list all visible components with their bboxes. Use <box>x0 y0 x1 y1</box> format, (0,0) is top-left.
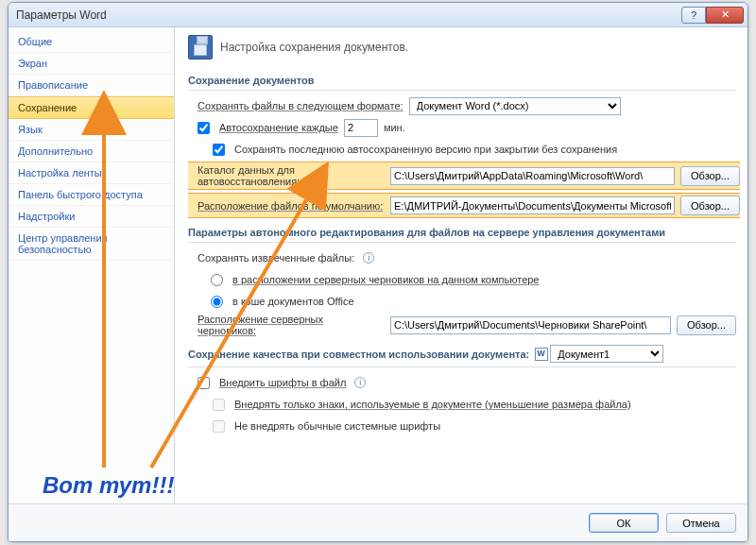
embed-fonts-checkbox[interactable] <box>198 377 210 389</box>
radio-server-drafts[interactable] <box>211 274 223 286</box>
row-default-location: Расположение файлов по умолчанию: Обзор.… <box>188 193 740 218</box>
content-header: Настройка сохранения документов. <box>188 35 736 60</box>
content-pane: Настройка сохранения документов. Сохране… <box>175 27 747 503</box>
row-autosave: Автосохранение каждые мин. <box>198 118 736 137</box>
embed-used-only-checkbox <box>213 399 225 411</box>
embed-fonts-label: Внедрить шрифты в файл <box>219 377 346 388</box>
save-checked-label: Сохранять извлеченные файлы: <box>198 252 354 264</box>
save-format-label: Сохранять файлы в следующем формате: <box>198 100 404 111</box>
quality-document-select[interactable]: Документ1 <box>550 345 663 363</box>
row-radio-server-drafts: в расположении серверных черновиков на д… <box>211 270 736 289</box>
default-location-input[interactable] <box>390 196 675 214</box>
radio-office-cache-label: в кэше документов Office <box>232 296 354 307</box>
sidebar-item-9[interactable]: Центр управления безопасностью <box>9 228 174 261</box>
autosave-checkbox[interactable] <box>198 122 210 134</box>
server-drafts-input[interactable] <box>390 316 671 334</box>
section-quality-label: Сохранение качества при совместном испол… <box>188 349 529 360</box>
autosave-minutes-input[interactable] <box>344 119 378 137</box>
sidebar-item-0[interactable]: Общие <box>9 31 174 53</box>
sidebar-item-3[interactable]: Сохранение <box>9 96 174 119</box>
row-embed-used-only: Внедрять только знаки, используемые в до… <box>213 395 736 414</box>
cancel-button[interactable]: Отмена <box>666 513 736 533</box>
section-server: Параметры автономного редактирования для… <box>188 221 736 243</box>
document-icon <box>535 348 548 361</box>
row-save-format: Сохранять файлы в следующем формате: Док… <box>198 96 736 115</box>
keep-last-label: Сохранять последнюю автосохраненную верс… <box>234 144 617 155</box>
row-autorecover-path: Каталог данных для автовосстановления: О… <box>188 162 740 190</box>
close-button[interactable]: ✕ <box>706 7 744 24</box>
default-location-label: Расположение файлов по умолчанию: <box>198 200 385 212</box>
sidebar-item-5[interactable]: Дополнительно <box>9 141 174 162</box>
radio-server-drafts-label: в расположении серверных черновиков на д… <box>232 274 539 285</box>
sidebar-item-2[interactable]: Правописание <box>9 75 174 96</box>
autorecover-browse-button[interactable]: Обзор... <box>680 166 740 186</box>
sidebar-item-8[interactable]: Надстройки <box>9 206 174 228</box>
dialog-footer: ОК Отмена <box>9 503 747 541</box>
keep-last-checkbox[interactable] <box>213 144 225 156</box>
row-embed-fonts: Внедрить шрифты в файл i <box>198 373 736 392</box>
sidebar-item-6[interactable]: Настройка ленты <box>9 162 174 184</box>
sidebar-item-1[interactable]: Экран <box>9 53 174 75</box>
server-drafts-browse-button[interactable]: Обзор... <box>677 315 736 335</box>
autorecover-path-input[interactable] <box>390 167 675 185</box>
autosave-unit: мин. <box>384 122 405 133</box>
autosave-label: Автосохранение каждые <box>219 122 338 133</box>
titlebar: Параметры Word ? ✕ <box>9 3 747 27</box>
ok-button[interactable]: ОК <box>589 513 659 533</box>
row-keep-last: Сохранять последнюю автосохраненную верс… <box>213 140 736 159</box>
options-dialog: Параметры Word ? ✕ ОбщиеЭкранПравописани… <box>8 2 748 542</box>
dialog-body: ОбщиеЭкранПравописаниеСохранениеЯзыкДопо… <box>9 27 747 503</box>
help-button[interactable]: ? <box>681 7 706 24</box>
radio-office-cache[interactable] <box>211 296 223 308</box>
default-location-browse-button[interactable]: Обзор... <box>680 196 740 215</box>
info-icon: i <box>354 377 366 388</box>
row-no-system-fonts: Не внедрять обычные системные шрифты <box>213 417 736 435</box>
save-format-select[interactable]: Документ Word (*.docx) <box>409 97 621 115</box>
sidebar-item-4[interactable]: Язык <box>9 119 174 141</box>
info-icon: i <box>363 252 374 264</box>
server-drafts-label: Расположение серверных черновиков: <box>198 314 385 336</box>
section-quality: Сохранение качества при совместном испол… <box>188 339 736 367</box>
sidebar-item-7[interactable]: Панель быстрого доступа <box>9 184 174 206</box>
row-save-checked-out: Сохранять извлеченные файлы: i <box>198 248 736 267</box>
row-radio-office-cache: в кэше документов Office <box>211 292 736 311</box>
content-header-text: Настройка сохранения документов. <box>220 41 408 54</box>
no-system-fonts-checkbox <box>213 420 225 433</box>
section-save-documents: Сохранение документов <box>188 69 736 91</box>
embed-used-only-label: Внедрять только знаки, используемые в до… <box>234 399 631 410</box>
sidebar: ОбщиеЭкранПравописаниеСохранениеЯзыкДопо… <box>9 27 175 503</box>
window-buttons: ? ✕ <box>681 7 744 24</box>
window-title: Параметры Word <box>16 9 681 22</box>
save-icon <box>188 35 213 60</box>
autorecover-label: Каталог данных для автовосстановления: <box>198 164 385 187</box>
row-server-drafts-path: Расположение серверных черновиков: Обзор… <box>198 314 736 336</box>
no-system-fonts-label: Не внедрять обычные системные шрифты <box>234 420 440 432</box>
